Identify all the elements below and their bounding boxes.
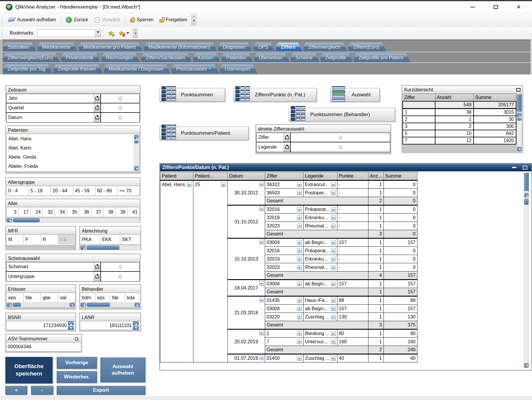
scroll-down-icon[interactable] — [134, 166, 138, 170]
clear-selection-button[interactable]: Auswahl aufheben — [100, 357, 145, 382]
collapse-icon[interactable]: − — [259, 240, 264, 244]
toolbar-button-eraser[interactable]: Auswahl aufheben — [6, 16, 59, 24]
punktsummen-behandler-button[interactable]: Punktsummen (Behandler) — [289, 108, 395, 121]
list-cell[interactable]: oal — [58, 293, 75, 303]
table-row[interactable]: 7121920 — [403, 137, 516, 144]
column-header-datum[interactable]: Datum — [228, 172, 265, 181]
collapse-icon[interactable]: − — [297, 240, 302, 245]
punktsummen-button[interactable]: Punktsummen — [159, 88, 225, 102]
toolbar-overflow-button[interactable] — [133, 28, 138, 38]
tab-zeitprofile-kassen[interactable]: Zeitprofile Kassen — [53, 64, 103, 74]
scroll-right-icon[interactable] — [70, 303, 75, 307]
tab-scheine[interactable]: Scheine — [291, 53, 320, 62]
direkte-radio[interactable] — [339, 145, 342, 149]
collapse-icon[interactable]: − — [297, 191, 302, 195]
zeitraum-radio[interactable] — [118, 116, 122, 120]
tab-praxisauswahl[interactable]: Praxisauswahl — [172, 64, 219, 74]
close-icon[interactable]: ✕ — [514, 3, 523, 11]
tab-patienten[interactable]: Patienten — [221, 53, 253, 62]
collapse-icon[interactable]: − — [297, 339, 302, 344]
tab-zeitprofile-pro-patient[interactable]: Zeitprofile pro Patient — [354, 53, 411, 62]
zoom-out-button[interactable]: - — [31, 386, 53, 395]
export-button[interactable]: Export — [57, 386, 145, 395]
bsnr-value[interactable]: 171234500 — [8, 323, 67, 328]
collapse-icon[interactable]: − — [297, 224, 302, 228]
list-cell[interactable]: 37 — [91, 207, 103, 217]
scroll-down-icon[interactable] — [517, 147, 521, 151]
tab-medikamente-diagnosen[interactable]: Medikamente / Diagnosen — [104, 64, 171, 74]
table-row[interactable]: 1383015 — [403, 109, 516, 116]
list-cell[interactable]: 39 — [115, 207, 128, 217]
droplist-icon[interactable] — [94, 272, 101, 281]
auswahl-button[interactable]: Auswahl — [330, 88, 380, 102]
collapse-icon[interactable]: − — [297, 315, 302, 319]
collapse-icon[interactable]: − — [297, 298, 302, 303]
main-table-scrollbar[interactable] — [524, 173, 529, 368]
toolbar-button-back[interactable]: ←Zurück — [63, 16, 91, 24]
list-cell[interactable]: 35 — [67, 207, 79, 217]
collapse-icon[interactable]: − — [259, 281, 264, 286]
scroll-thumb[interactable] — [87, 246, 119, 250]
collapse-icon[interactable]: − — [297, 331, 302, 336]
table-row[interactable]: 510842 — [403, 130, 516, 137]
remove-bookmark-button[interactable]: ★✗ — [118, 30, 125, 37]
column-header-patient[interactable]: Patient — [160, 172, 193, 181]
scroll-down-icon[interactable] — [524, 363, 528, 368]
list-item[interactable]: Abeler, Frieda — [6, 162, 139, 171]
list-cell[interactable]: EKK — [100, 235, 120, 244]
chevron-down-icon[interactable] — [95, 30, 101, 37]
list-cell[interactable]: R — [41, 235, 58, 244]
tab-medikamente[interactable]: Medikamente — [37, 43, 78, 52]
toolbar-button-lock[interactable]: Sperren — [127, 16, 156, 24]
table-row[interactable]: 2130 — [403, 116, 516, 123]
collapse-icon[interactable]: − — [331, 248, 336, 253]
collapse-icon[interactable]: − — [331, 306, 336, 311]
erfasser-scrollbar[interactable] — [6, 302, 75, 307]
asv-value[interactable]: 000004346 — [8, 344, 80, 349]
column-header-ziffer[interactable]: Ziffer▲ — [403, 94, 435, 102]
scroll-thumb[interactable] — [524, 199, 528, 205]
droplist-icon[interactable] — [94, 262, 101, 271]
collapse-icon[interactable]: − — [331, 182, 336, 187]
tab-medikamente-informationen-[interactable]: Medikamente (Informationen) — [144, 43, 217, 52]
list-cell[interactable]: fde — [110, 293, 125, 303]
list-cell[interactable]: 60 - 69 — [95, 186, 118, 196]
maximize-icon[interactable] — [523, 166, 527, 170]
scroll-up-icon[interactable] — [524, 193, 528, 197]
column-header-patient[interactable]: Patient... — [193, 172, 228, 181]
list-cell[interactable]: 41 — [128, 207, 139, 217]
tab-ziffern-sachkosten[interactable]: Ziffern/Sachkosten — [141, 53, 192, 62]
list-cell[interactable]: 45 - 59 — [73, 186, 95, 196]
collapse-icon[interactable]: − — [297, 282, 302, 286]
list-cell[interactable]: eps — [6, 293, 24, 303]
column-header-punkte[interactable]: Punkte — [337, 172, 368, 181]
tab-medikamente-pro-patient[interactable]: Medikamente pro Patient — [79, 43, 143, 52]
spinner-down-icon[interactable] — [68, 326, 74, 330]
tab-ziffern-euro-[interactable]: Ziffern(Euro) — [348, 43, 387, 52]
tab-zeitprofile-pro-tag[interactable]: Zeitprofile pro Tag — [3, 64, 53, 74]
add-bookmark-button[interactable]: ★✓ — [108, 30, 114, 37]
list-cell[interactable]: SKT — [120, 235, 140, 244]
collapse-icon[interactable]: − — [331, 331, 336, 336]
collapse-icon[interactable]: − — [297, 182, 302, 187]
abrechnung-scrollbar[interactable] — [80, 245, 140, 250]
maximize-icon[interactable] — [516, 88, 520, 92]
collapse-icon[interactable]: − — [259, 182, 264, 186]
collapse-icon[interactable]: − — [297, 248, 302, 253]
collapse-icon[interactable]: − — [331, 191, 336, 195]
collapse-icon[interactable]: − — [221, 182, 226, 187]
maximize-icon[interactable] — [491, 3, 500, 11]
search-icon[interactable] — [75, 337, 78, 341]
collapse-icon[interactable]: − — [331, 339, 336, 344]
scroll-right-icon[interactable] — [135, 303, 140, 307]
collapse-icon[interactable]: − — [297, 356, 302, 361]
collapse-icon[interactable]: − — [331, 257, 336, 261]
spinner-up-icon[interactable] — [133, 321, 139, 325]
tab-überweiser[interactable]: Überweiser — [254, 53, 290, 62]
toolbar-button-unlock[interactable]: Freigeben — [156, 16, 190, 24]
toolbar-overflow-button[interactable] — [191, 14, 196, 25]
droplist-icon[interactable] — [94, 94, 101, 103]
scheinauswahl-radio[interactable] — [118, 275, 122, 279]
droplist-icon[interactable] — [284, 142, 291, 152]
list-cell[interactable]: bdm — [80, 293, 95, 303]
